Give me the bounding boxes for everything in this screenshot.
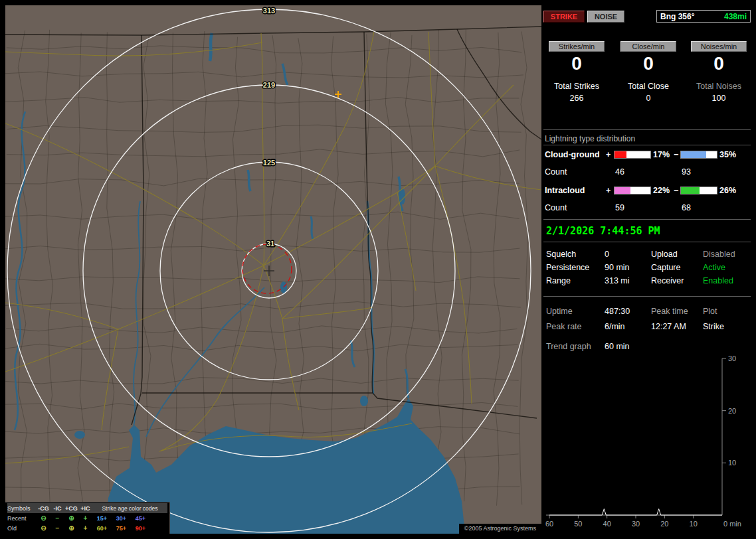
graph-axes [546, 358, 722, 515]
cg-positive-fill [614, 151, 626, 158]
y-tick-label: 20 [728, 407, 736, 415]
noises-per-min-header: Noises/min [691, 41, 747, 52]
bearing-label: Bng 356° [660, 12, 694, 21]
x-axis-origin-label: 0 min [723, 520, 741, 528]
legend-recent-row: Recent ⊖ − ⊕ + 15+ 30+ 45+ [7, 513, 167, 523]
y-tick-label: 10 [728, 459, 736, 467]
cg-negative-count: 93 [682, 167, 691, 177]
count-label: Count [545, 203, 567, 212]
divider [543, 129, 751, 130]
uptime-label: Uptime [546, 307, 573, 316]
count-label: Count [545, 167, 567, 177]
close-per-min-value: 0 [615, 54, 682, 74]
noises-per-min-value: 0 [686, 54, 752, 74]
x-tick-label: 60 [545, 520, 553, 528]
old-pos-ic-icon: + [78, 524, 92, 532]
upload-status: Disabled [703, 250, 735, 259]
strike-toggle-button[interactable]: STRIKE [543, 11, 585, 23]
minus-sign: − [674, 186, 678, 195]
setting-row-range: Range 313 mi Receiver Enabled [543, 276, 751, 288]
cg-positive-bar [614, 151, 651, 159]
peak-time-value: 12:27 AM [651, 322, 686, 331]
cg-negative-fill [681, 151, 706, 158]
rate-column-noises: Noises/min 0 Total Noises 100 [686, 41, 752, 103]
cloud-ground-label: Cloud-ground [545, 150, 600, 159]
total-close-label: Total Close [615, 82, 682, 91]
rate-column-strikes: Strikes/min 0 Total Strikes 266 [543, 41, 610, 103]
persistence-label: Persistence [546, 263, 589, 272]
legend-header-row: Symbols -CG -IC +CG +IC Strike age color… [7, 503, 167, 513]
ring-label-313: 313 [263, 7, 275, 15]
plus-sign: + [606, 186, 611, 195]
squelch-label: Squelch [546, 250, 576, 259]
ic-positive-fill [614, 187, 630, 194]
trend-graph-window: 60 min [605, 342, 630, 351]
intracloud-label: Intracloud [545, 186, 585, 195]
x-tick-label: 40 [603, 520, 611, 528]
divider [543, 242, 751, 242]
squelch-value: 0 [605, 250, 609, 259]
total-strikes-label: Total Strikes [543, 82, 610, 91]
ic-negative-bar [680, 187, 717, 194]
capture-status: Active [703, 263, 725, 272]
legend-col-neg-cg: -CG [37, 505, 50, 512]
ring-label-219: 219 [263, 81, 275, 89]
total-noises-label: Total Noises [686, 82, 752, 91]
trend-graph: 3020106050403020100 min [543, 350, 751, 539]
legend-col-pos-ic: +IC [78, 505, 92, 512]
peak-time-label: Peak time [651, 307, 688, 316]
divider [543, 145, 751, 145]
legend-old-row: Old ⊖ − ⊕ + 60+ 75+ 90+ [7, 523, 167, 533]
stats-row-2: Peak rate 6/min 12:27 AM Strike [543, 322, 751, 334]
uptime-value: 487:30 [605, 307, 630, 316]
y-tick-label: 30 [728, 354, 736, 362]
setting-row-persistence: Persistence 90 min Capture Active [543, 263, 751, 275]
range-label: Range [546, 276, 571, 285]
age-60: 60+ [92, 525, 112, 532]
cloud-ground-row: Cloud-ground + 17% − 35% [543, 150, 751, 161]
ic-positive-bar [614, 187, 651, 194]
receiver-status: Enabled [703, 276, 733, 285]
recent-pos-ic-icon: + [78, 514, 92, 522]
cg-negative-pct: 35% [719, 150, 736, 159]
x-tick-label: 30 [632, 520, 640, 528]
cloud-ground-count-row: Count 46 93 [543, 167, 751, 178]
strikes-per-min-value: 0 [543, 54, 610, 74]
map-view[interactable]: 313 219 125 31 Symbols -CG -IC +CG +IC S… [5, 5, 541, 534]
distribution-title: Lightning type distribution [545, 134, 635, 143]
minus-sign: − [674, 150, 678, 159]
strike-rate-series [549, 509, 722, 515]
legend-col-pos-cg: +CG [64, 505, 78, 512]
age-90: 90+ [131, 525, 150, 532]
ic-negative-fill [681, 187, 700, 194]
cg-positive-pct: 17% [653, 150, 670, 159]
divider [543, 296, 751, 297]
capture-label: Capture [651, 263, 680, 272]
bearing-distance: 438mi [724, 12, 747, 21]
ring-label-31: 31 [266, 240, 274, 248]
map-legend: Symbols -CG -IC +CG +IC Strike age color… [5, 502, 170, 534]
peak-rate-value: 6/min [605, 322, 625, 331]
legend-recent-label: Recent [7, 515, 37, 522]
age-15: 15+ [92, 515, 112, 522]
copyright-notice: ©2005 Astrogenic Systems [459, 524, 541, 534]
old-pos-cg-icon: ⊕ [64, 524, 78, 532]
age-30: 30+ [112, 515, 131, 522]
trend-graph-label: Trend graph [546, 342, 591, 351]
ic-positive-count: 59 [615, 203, 624, 212]
stats-row-1: Uptime 487:30 Peak time Plot [543, 307, 751, 319]
datetime-display: 2/1/2026 7:44:56 PM [546, 225, 660, 237]
intracloud-count-row: Count 59 68 [543, 203, 751, 214]
ic-negative-count: 68 [682, 203, 691, 212]
bearing-readout: Bng 356° 438mi [656, 10, 751, 23]
legend-col-neg-ic: -IC [50, 505, 64, 512]
old-neg-cg-icon: ⊖ [37, 524, 50, 532]
total-noises-value: 100 [686, 94, 752, 103]
noise-toggle-button[interactable]: NOISE [587, 11, 624, 23]
cg-negative-bar [680, 151, 717, 159]
map-canvas[interactable]: 313 219 125 31 [5, 5, 541, 534]
divider [543, 219, 751, 220]
range-value: 313 mi [605, 276, 630, 285]
strikes-per-min-header: Strikes/min [549, 41, 605, 52]
total-strikes-value: 266 [543, 94, 610, 103]
